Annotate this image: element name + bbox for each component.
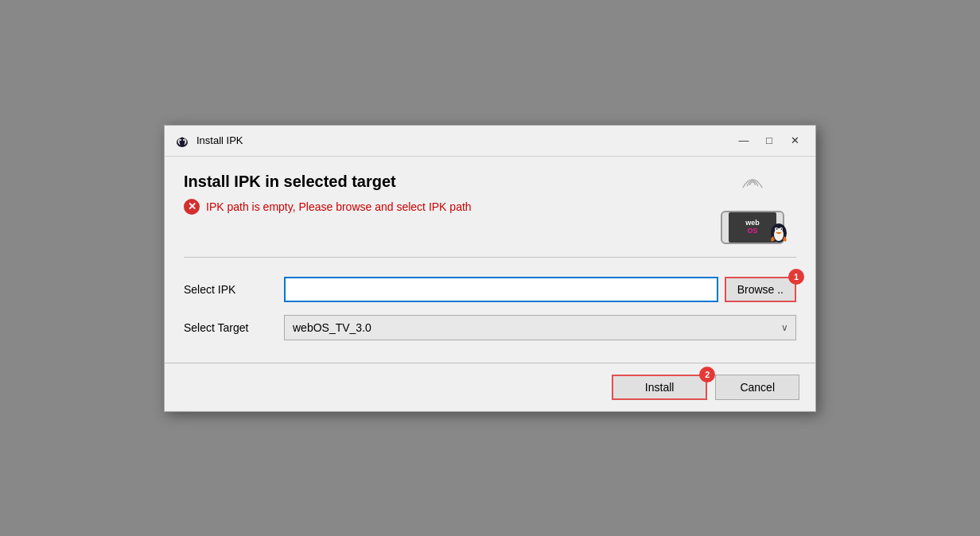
content-area: Install IPK in selected target ✕ IPK pat… bbox=[165, 157, 815, 363]
webos-label: webOS bbox=[745, 219, 760, 235]
header-divider bbox=[184, 257, 796, 258]
form-area: Select IPK Browse .. 1 Select Target web… bbox=[184, 270, 796, 347]
target-select-wrapper: webOS_TV_3.0 webOS_TV_4.0 webOS_TV_5.0 ∨ bbox=[284, 315, 796, 340]
footer: Install 2 Cancel bbox=[165, 363, 815, 411]
error-text: IPK path is empty, Please browse and sel… bbox=[206, 200, 472, 213]
signal-arcs bbox=[729, 173, 776, 188]
cancel-button[interactable]: Cancel bbox=[715, 375, 799, 400]
select-target-row: Select Target webOS_TV_3.0 webOS_TV_4.0 … bbox=[184, 315, 796, 340]
title-bar-controls: — □ ✕ bbox=[733, 132, 806, 150]
header-row: Install IPK in selected target ✕ IPK pat… bbox=[184, 173, 796, 244]
tv-body: webOS bbox=[721, 211, 784, 244]
browse-btn-wrapper: Browse .. 1 bbox=[725, 277, 796, 302]
svg-point-3 bbox=[180, 139, 181, 141]
header-text-area: Install IPK in selected target ✕ IPK pat… bbox=[184, 173, 472, 215]
install-button[interactable]: Install bbox=[612, 375, 708, 400]
select-target-label: Select Target bbox=[184, 321, 271, 334]
dialog-window: Install IPK — □ ✕ Install IPK in selecte… bbox=[164, 125, 816, 412]
ipk-path-input[interactable] bbox=[284, 277, 718, 302]
title-bar-title: Install IPK bbox=[196, 134, 726, 146]
webos-logo: webOS bbox=[709, 173, 796, 244]
install-btn-wrapper: Install 2 bbox=[612, 375, 708, 400]
svg-point-4 bbox=[183, 139, 185, 141]
title-bar: Install IPK — □ ✕ bbox=[165, 126, 815, 157]
install-badge: 2 bbox=[699, 367, 715, 383]
select-ipk-row: Select IPK Browse .. 1 bbox=[184, 277, 796, 302]
app-icon bbox=[174, 133, 190, 149]
select-ipk-input-area: Browse .. 1 bbox=[284, 277, 796, 302]
svg-point-2 bbox=[180, 137, 185, 146]
svg-point-11 bbox=[781, 228, 783, 230]
error-icon: ✕ bbox=[184, 199, 200, 215]
dialog-title: Install IPK in selected target bbox=[184, 173, 472, 191]
minimize-button[interactable]: — bbox=[733, 132, 755, 150]
svg-point-10 bbox=[776, 228, 778, 230]
error-row: ✕ IPK path is empty, Please browse and s… bbox=[184, 199, 472, 215]
svg-rect-5 bbox=[180, 145, 185, 146]
penguin-icon bbox=[767, 219, 791, 247]
select-target-input-area: webOS_TV_3.0 webOS_TV_4.0 webOS_TV_5.0 ∨ bbox=[284, 315, 796, 340]
browse-button[interactable]: Browse .. bbox=[725, 277, 796, 302]
close-button[interactable]: ✕ bbox=[784, 132, 806, 150]
select-ipk-label: Select IPK bbox=[184, 283, 271, 296]
browse-badge: 1 bbox=[788, 269, 804, 285]
target-select[interactable]: webOS_TV_3.0 webOS_TV_4.0 webOS_TV_5.0 bbox=[284, 315, 796, 340]
maximize-button[interactable]: □ bbox=[758, 132, 780, 150]
